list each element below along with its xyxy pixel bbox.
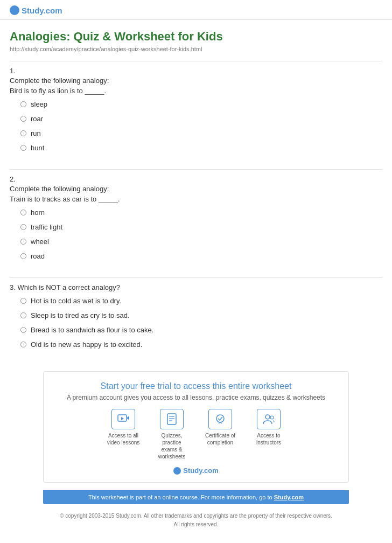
option-1-1[interactable]: sleep [20,100,382,108]
cta-logo-icon [173,467,181,475]
logo-icon [10,5,19,15]
cta-icon-quiz-label: Quizzes, practiceexams & worksheets [153,432,191,460]
cta-icon-video: Access to allvideo lessons [104,409,142,460]
cta-subtitle: A premium account gives you access to al… [54,394,338,401]
logo-text: Study.com [22,6,62,15]
svg-point-7 [216,415,224,422]
cta-icon-video-label: Access to allvideo lessons [107,432,140,446]
option-2-4[interactable]: road [20,252,382,260]
footer-rights: All rights reserved. [0,520,392,529]
option-3-2-label: Sleep is to tired as cry is to sad. [31,311,130,319]
option-2-2[interactable]: traffic light [20,223,382,231]
logo: Study.com [10,5,382,15]
radio-2-3[interactable] [20,239,26,245]
question-3-options: Hot is to cold as wet is to dry. Sleep i… [20,297,382,349]
cert-icon [208,409,232,429]
radio-2-2[interactable] [20,224,26,230]
cta-icon-quiz: Quizzes, practiceexams & worksheets [153,409,191,460]
option-1-1-label: sleep [31,100,47,108]
cta-box: Start your free trial to access this ent… [43,371,349,483]
option-3-3[interactable]: Bread is to sandwich as flour is to cake… [20,326,382,334]
option-1-4-label: hunt [31,144,44,152]
option-1-4[interactable]: hunt [20,144,382,152]
option-1-2[interactable]: roar [20,115,382,123]
option-1-3-label: run [31,129,41,137]
question-1-options: sleep roar run hunt [20,100,382,152]
radio-1-1[interactable] [20,101,26,107]
question-2-instruction: Complete the following analogy: [10,185,382,193]
radio-2-1[interactable] [20,210,26,215]
option-3-1[interactable]: Hot is to cold as wet is to dry. [20,297,382,305]
header: Study.com [0,0,392,20]
divider-1 [10,61,382,61]
svg-rect-3 [167,414,176,424]
page-url: http://study.com/academy/practice/analog… [10,46,382,52]
option-2-4-label: road [31,252,45,260]
svg-point-11 [270,416,274,419]
radio-1-4[interactable] [20,145,26,151]
option-2-3-label: wheel [31,238,49,246]
footer: © copyright 2003-2015 Study.com. All oth… [0,512,392,534]
radio-1-3[interactable] [20,130,26,136]
radio-3-4[interactable] [20,342,26,347]
cta-icon-cert-label: Certificate ofcompletion [205,432,235,446]
radio-1-2[interactable] [20,116,26,122]
info-bar-link[interactable]: Study.com [274,494,304,500]
footer-copyright: © copyright 2003-2015 Study.com. All oth… [0,512,392,520]
question-2-number: 2. [10,175,382,183]
video-icon [111,409,135,429]
option-3-1-label: Hot is to cold as wet is to dry. [31,297,121,305]
instructor-icon [257,409,281,429]
question-3: 3. Which is NOT a correct analogy? Hot i… [10,283,382,360]
quiz-icon [160,409,184,429]
divider-2 [10,169,382,170]
cta-title: Start your free trial to access this ent… [54,381,338,391]
main-content: Analogies: Quiz & Worksheet for Kids htt… [0,20,392,360]
option-2-3[interactable]: wheel [20,238,382,246]
cta-icon-cert: Certificate ofcompletion [201,409,239,460]
question-3-number: 3. Which is NOT a correct analogy? [10,283,382,291]
radio-3-1[interactable] [20,298,26,304]
radio-3-3[interactable] [20,327,26,333]
option-3-4-label: Old is to new as happy is to excited. [31,340,142,349]
divider-3 [10,277,382,278]
cta-logo: Study.com [54,467,338,475]
svg-point-10 [265,415,270,419]
info-bar: This worksheet is part of an online cour… [43,490,349,504]
option-1-2-label: roar [31,115,43,123]
info-bar-text: This worksheet is part of an online cour… [88,494,304,500]
question-2-options: horn traffic light wheel road [20,208,382,260]
radio-2-4[interactable] [20,253,26,259]
cta-logo-text: Study.com [183,467,219,475]
option-2-1-label: horn [31,208,45,217]
option-1-3[interactable]: run [20,129,382,137]
option-2-1[interactable]: horn [20,208,382,217]
page-title: Analogies: Quiz & Worksheet for Kids [10,30,382,44]
question-2: 2. Complete the following analogy: Train… [10,175,382,272]
question-1-instruction: Complete the following analogy: [10,76,382,85]
svg-marker-2 [121,417,124,420]
option-2-2-label: traffic light [31,223,62,231]
cta-icon-instructor-label: Access toinstructors [256,432,281,446]
question-1-text: Bird is to fly as lion is to _____. [10,87,382,95]
option-3-2[interactable]: Sleep is to tired as cry is to sad. [20,311,382,319]
question-1-number: 1. [10,67,382,75]
option-3-4[interactable]: Old is to new as happy is to excited. [20,340,382,349]
question-1: 1. Complete the following analogy: Bird … [10,67,382,164]
radio-3-2[interactable] [20,312,26,318]
question-2-text: Train is to tracks as car is to _____. [10,195,382,203]
cta-icon-instructor: Access toinstructors [250,409,288,460]
cta-icons: Access to allvideo lessons Quizzes, prac… [54,409,338,460]
option-3-3-label: Bread is to sandwich as flour is to cake… [31,326,153,334]
